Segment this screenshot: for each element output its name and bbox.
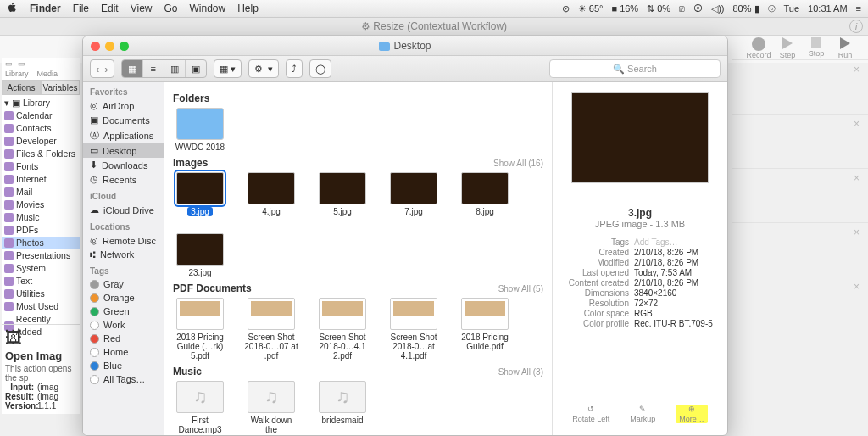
system-menubar: Finder File Edit View Go Window Help ⊘ ☀… [0,0,868,18]
music-item[interactable]: ♫bridesmaid [315,381,370,434]
arrange-button[interactable]: ▦ ▾ [214,59,242,78]
library-item[interactable]: Files & Folders [2,148,80,160]
library-item[interactable]: System [2,262,80,275]
pdf-item[interactable]: Screen Shot 2018-0…07 at .pdf [244,298,298,361]
library-item[interactable]: Contacts [2,122,80,135]
image-item[interactable]: 23.jpg [173,233,227,277]
image-item[interactable]: 5.jpg [315,172,370,216]
library-item[interactable]: Developer [2,135,80,148]
media-icon[interactable]: ▭ [18,59,25,68]
image-item[interactable]: 7.jpg [387,172,441,216]
image-item[interactable]: 8.jpg [458,172,512,216]
search-input[interactable]: 🔍 Search [549,59,721,78]
search-icon: 🔍 [613,64,625,75]
run-button[interactable]: Run [831,37,860,59]
tab-actions[interactable]: Actions [2,80,41,95]
pdf-item[interactable]: Screen Shot 2018-0…at 4.1.pdf [387,298,441,361]
sidebar-tag[interactable]: Gray [83,277,164,291]
view-mode-segment[interactable]: ▦ ≡ ▥ ▣ [121,59,207,78]
tags-button[interactable]: ◯ [309,59,331,78]
sidebar-head-icloud: iCloud [83,187,164,203]
rotate-left-button[interactable]: ↺Rotate Left [572,405,609,423]
library-item[interactable]: Mail [2,186,80,198]
remove-step-3[interactable]: × [732,168,868,222]
finder-titlebar[interactable]: Desktop [83,36,727,56]
sidebar-tag[interactable]: Home [83,345,164,359]
sidebar-item[interactable]: ⬇ Downloads [83,158,164,172]
sidebar-item[interactable]: ◎ AirDrop [83,98,164,113]
sidebar-item[interactable]: Ⓐ Applications [83,127,164,143]
volume-icon[interactable]: ◁)) [711,3,724,14]
menu-view[interactable]: View [131,3,153,14]
library-item[interactable]: Fonts [2,160,80,173]
folder-item[interactable]: WWDC 2018 [173,108,227,152]
image-item[interactable]: 3.jpg [173,172,227,216]
remove-step-5[interactable]: × [732,277,868,331]
library-item[interactable]: Movies [2,198,80,211]
menu-file[interactable]: File [73,3,89,14]
library-item[interactable]: Most Used [2,300,80,313]
sidebar-tag[interactable]: Work [83,318,164,332]
nav-back-forward[interactable]: ‹› [90,59,114,78]
meta-row: Content created2/10/18, 8:26 PM [559,278,721,288]
library-item[interactable]: Text [2,275,80,288]
pdf-item[interactable]: Screen Shot 2018-0…4.1 2.pdf [315,298,370,361]
showall-images[interactable]: Show All (16) [493,159,543,168]
remove-step-1[interactable]: × [732,59,868,114]
more-icon: ⊕ [688,405,695,413]
markup-button[interactable]: ✎Markup [630,405,655,423]
remove-step-2[interactable]: × [732,114,868,168]
library-item[interactable]: Utilities [2,288,80,300]
pdf-item[interactable]: 2018 Pricing Guide (…rk) 5.pdf [173,298,227,361]
preview-image [571,92,709,183]
wifi-icon[interactable]: ⦿ [693,3,703,14]
share-icon: ⤴ [292,64,297,74]
menu-window[interactable]: Window [190,3,226,14]
menu-go[interactable]: Go [164,3,178,14]
sidebar-item[interactable]: ▭ Desktop [83,143,164,158]
link-icon[interactable]: ⊘ [562,3,570,14]
spotlight-icon[interactable]: ⦾ [768,3,776,14]
notifications-icon[interactable]: ≡ [856,3,861,14]
share-button[interactable]: ⤴ [286,59,303,78]
pdf-item[interactable]: 2018 Pricing Guide.pdf [458,298,512,361]
apple-icon[interactable] [7,2,18,15]
library-icon[interactable]: ▭ [5,59,13,68]
sidebar-tag[interactable]: Red [83,332,164,345]
music-item[interactable]: ♫Walk down the [244,381,298,434]
showall-music[interactable]: Show All (3) [498,367,543,377]
step-button[interactable]: Step [773,37,802,59]
finder-content[interactable]: Folders WWDC 2018 ImagesShow All (16) 3.… [164,82,552,435]
tab-variables[interactable]: Variables [41,80,80,95]
library-item[interactable]: Internet [2,173,80,186]
library-item[interactable]: Photos [2,237,80,249]
more-button[interactable]: ⊕More… [676,405,708,423]
record-button[interactable]: Record [744,37,773,59]
sidebar-item-icloud-drive[interactable]: ☁ iCloud Drive [83,203,164,217]
meta-row: Created2/10/18, 8:26 PM [559,248,721,257]
image-item[interactable]: 4.jpg [244,172,298,216]
sidebar-item[interactable]: ◷ Recents [83,172,164,187]
library-item[interactable]: Music [2,211,80,224]
sidebar-tag[interactable]: Orange [83,291,164,305]
sidebar-item-remote-disc[interactable]: ◎ Remote Disc [83,233,164,248]
action-button[interactable]: ⚙ ▾ [248,59,279,78]
sidebar-item[interactable]: ▣ Documents [83,113,164,127]
sidebar-tag[interactable]: Blue [83,359,164,372]
remove-step-4[interactable]: × [732,222,868,277]
sidebar-tag[interactable]: All Tags… [83,372,164,386]
meta-row: Dimensions3840×2160 [559,288,721,298]
sidebar-item-network[interactable]: ⑆ Network [83,248,164,261]
library-item[interactable]: Presentations [2,249,80,262]
menu-help[interactable]: Help [237,3,259,14]
menu-edit[interactable]: Edit [101,3,119,14]
info-icon[interactable]: i [849,20,863,33]
music-item[interactable]: ♫First Dance.mp3 [173,381,227,434]
stop-button[interactable]: Stop [802,37,831,58]
library-item[interactable]: PDFs [2,224,80,237]
display-icon[interactable]: ⎚ [679,3,685,14]
showall-pdfs[interactable]: Show All (5) [498,284,543,293]
library-item[interactable]: Calendar [2,109,80,122]
app-name[interactable]: Finder [30,3,61,14]
sidebar-tag[interactable]: Green [83,305,164,318]
